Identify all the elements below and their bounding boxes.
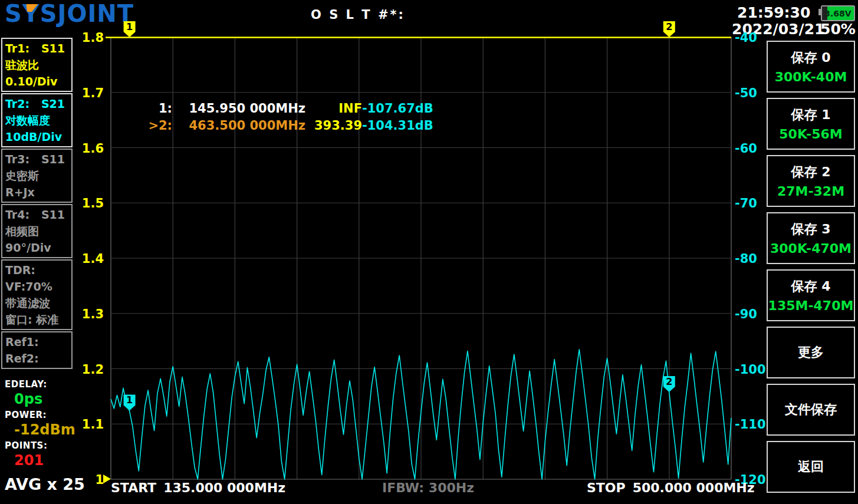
softkey-button-5[interactable]: 保存 4135M-470M: [767, 269, 855, 321]
softkey-label: 文件保存: [785, 401, 837, 419]
marker-db-value: -104.31dB: [362, 117, 430, 134]
softkey-button-1[interactable]: 保存 0300K-40M: [767, 41, 855, 93]
sweep-chart: 1.81.71.61.51.41.31.21.11-40-50-60-70-80…: [0, 0, 858, 504]
marker-id: 1:: [142, 100, 172, 117]
tr2-marker-flag-2-label: 2: [666, 376, 672, 387]
right-axis-tick: -80: [735, 252, 757, 266]
softkey-sublabel: 300K-40M: [775, 70, 847, 84]
marker-swr-value: 393.39: [305, 117, 362, 134]
right-axis-tick: -50: [735, 86, 757, 100]
stop-frequency[interactable]: STOP500.000 000MHz: [587, 480, 755, 495]
softkey-label: 保存 2: [791, 163, 831, 181]
start-label: START: [111, 480, 156, 495]
right-axis-tick: -40: [735, 31, 757, 45]
softkey-label: 返回: [798, 458, 824, 476]
left-axis-tick: 1.6: [82, 141, 104, 156]
right-axis-tick: -60: [735, 141, 757, 156]
softkey-button-8[interactable]: 返回: [767, 441, 855, 493]
right-axis-tick: -70: [735, 196, 757, 210]
start-frequency[interactable]: START135.000 000MHz: [111, 480, 285, 495]
tr1-marker-flag-2-label: 2: [666, 21, 672, 32]
softkey-button-6[interactable]: 更多: [767, 327, 855, 378]
battery-voltage: 3.68V: [824, 9, 851, 18]
marker-db-value: -107.67dB: [362, 100, 430, 117]
softkey-button-2[interactable]: 保存 150K-56M: [767, 98, 855, 150]
softkey-label: 保存 3: [791, 220, 831, 238]
marker-swr-value: INF: [305, 100, 362, 117]
softkey-button-3[interactable]: 保存 227M-32M: [767, 155, 855, 207]
vna-screen: SYSJOINT O S L T #*: 21:59:30 2022/03/21…: [0, 0, 858, 504]
tr1-marker-flag-1-label: 1: [126, 21, 133, 32]
softkey-sublabel: 300K-470M: [770, 241, 852, 256]
left-axis-tick: 1: [95, 473, 104, 487]
marker-readout-row-1: 1:145.950 000MHzINF-107.67dB: [142, 100, 430, 117]
marker-frequency: 145.950 000MHz: [172, 100, 305, 117]
left-axis-tick: 1.1: [82, 417, 104, 431]
left-axis-tick: 1.2: [82, 363, 104, 377]
right-axis-tick: -100: [735, 363, 766, 377]
right-axis-tick: -90: [735, 307, 757, 321]
start-value: 135.000 000MHz: [163, 480, 285, 495]
softkey-button-7[interactable]: 文件保存: [767, 384, 855, 436]
ifbw-indicator: IFBW: 300Hz: [382, 480, 474, 495]
tr2-marker-flag-1-label: 1: [126, 394, 133, 406]
left-axis-tick: 1.5: [82, 196, 104, 210]
softkey-label: 更多: [798, 344, 824, 361]
softkey-sublabel: 27M-32M: [777, 184, 844, 199]
left-axis-tick: 1.3: [82, 307, 104, 321]
softkey-sublabel: 135M-470M: [768, 298, 854, 313]
marker-id: >2:: [142, 117, 172, 134]
right-axis-tick: -110: [735, 417, 766, 431]
left-axis-tick: 1.8: [82, 31, 104, 45]
softkey-button-4[interactable]: 保存 3300K-470M: [767, 212, 855, 264]
softkey-sublabel: 50K-56M: [779, 127, 842, 141]
marker-frequency: 463.500 000MHz: [172, 117, 305, 134]
marker-readout-row-2: >2:463.500 000MHz393.39-104.31dB: [142, 117, 430, 134]
marker-readout: 1:145.950 000MHzINF-107.67dB>2:463.500 0…: [142, 100, 430, 134]
softkey-menu: 保存 0300K-40M保存 150K-56M保存 227M-32M保存 330…: [767, 41, 855, 498]
stop-label: STOP: [587, 480, 626, 495]
softkey-label: 保存 4: [791, 278, 831, 295]
left-axis-tick: 1.4: [82, 252, 104, 266]
stop-value: 500.000 000MHz: [633, 480, 755, 495]
tr1-reference-arrow: [103, 475, 111, 483]
softkey-label: 保存 0: [791, 49, 831, 67]
left-axis-tick: 1.7: [82, 86, 104, 100]
softkey-label: 保存 1: [791, 106, 831, 124]
